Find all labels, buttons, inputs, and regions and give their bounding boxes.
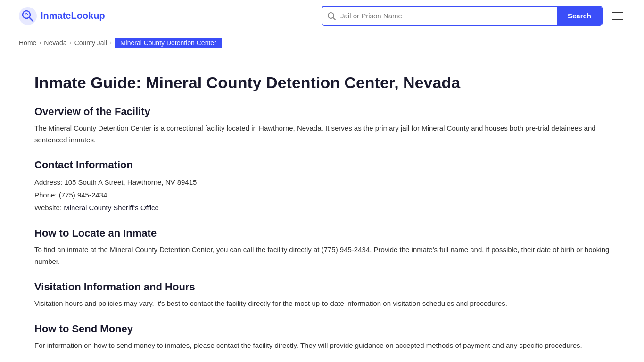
- breadcrumb-county-jail[interactable]: County Jail: [74, 39, 107, 47]
- svg-line-4: [333, 18, 335, 20]
- search-input[interactable]: [340, 7, 557, 25]
- breadcrumb-current: Mineral County Detention Center: [115, 38, 222, 48]
- breadcrumb-chevron-2: ›: [70, 40, 72, 46]
- contact-phone: Phone: (775) 945-2434: [34, 189, 610, 201]
- header-right: Search: [322, 6, 625, 26]
- contact-website: Website: Mineral County Sheriff's Office: [34, 201, 610, 214]
- hamburger-line-2: [612, 16, 623, 16]
- section-heading-send-money: How to Send Money: [34, 323, 610, 335]
- breadcrumb-chevron-3: ›: [110, 40, 112, 46]
- breadcrumb-home[interactable]: Home: [19, 39, 36, 47]
- section-body-locate: To find an inmate at the Mineral County …: [34, 244, 610, 268]
- breadcrumb-chevron-1: ›: [39, 40, 41, 46]
- section-body-send-money: For information on how to send money to …: [34, 340, 610, 352]
- contact-block: Address: 105 South A Street, Hawthorne, …: [34, 176, 610, 214]
- search-form: Search: [322, 6, 603, 26]
- hamburger-line-3: [612, 19, 623, 20]
- section-heading-contact: Contact Information: [34, 159, 610, 171]
- logo-icon: [19, 7, 37, 25]
- search-icon: [322, 12, 340, 20]
- section-body-overview: The Mineral County Detention Center is a…: [34, 123, 610, 146]
- search-button[interactable]: Search: [557, 7, 602, 25]
- main-content: Inmate Guide: Mineral County Detention C…: [16, 54, 628, 362]
- section-heading-visitation: Visitation Information and Hours: [34, 281, 610, 293]
- hamburger-menu-button[interactable]: [610, 10, 625, 22]
- svg-point-0: [19, 7, 37, 25]
- section-body-visitation: Visitation hours and policies may vary. …: [34, 298, 610, 310]
- section-heading-overview: Overview of the Facility: [34, 106, 610, 118]
- breadcrumb: Home › Nevada › County Jail › Mineral Co…: [0, 32, 644, 54]
- contact-address: Address: 105 South A Street, Hawthorne, …: [34, 176, 610, 189]
- logo[interactable]: InmateLookup: [19, 7, 105, 25]
- website-link[interactable]: Mineral County Sheriff's Office: [64, 204, 159, 212]
- breadcrumb-nevada[interactable]: Nevada: [44, 39, 66, 47]
- svg-point-3: [328, 13, 334, 18]
- section-heading-locate: How to Locate an Inmate: [34, 227, 610, 239]
- page-title: Inmate Guide: Mineral County Detention C…: [34, 73, 610, 92]
- logo-text: InmateLookup: [41, 10, 105, 21]
- hamburger-line-1: [612, 12, 623, 13]
